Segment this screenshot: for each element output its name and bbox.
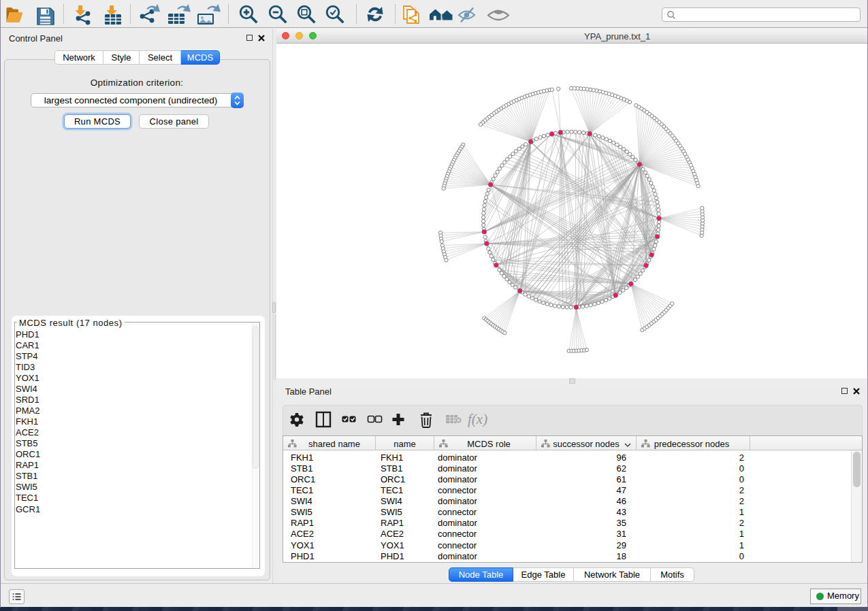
svg-text:f(x): f(x) bbox=[468, 411, 487, 427]
